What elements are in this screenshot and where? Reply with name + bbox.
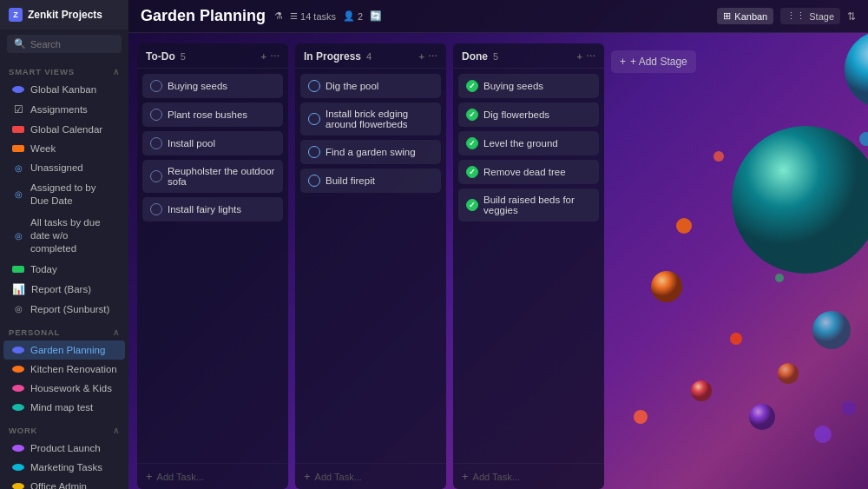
report-sunburst-icon: ◎ bbox=[12, 304, 24, 314]
col-more-icon[interactable]: ⋯ bbox=[270, 51, 279, 63]
work-list: Product Launch Marketing Tasks Office Ad… bbox=[0, 439, 128, 489]
sidebar-item-label: Global Kanban bbox=[30, 84, 96, 95]
col-header-todo: To-Do 5 + ⋯ bbox=[137, 43, 288, 69]
card-garden-swing[interactable]: Find a garden swing bbox=[300, 140, 441, 164]
search-bar[interactable]: 🔍 bbox=[7, 35, 122, 53]
topbar: Garden Planning ⚗ ☰ 14 tasks 👤 2 🔄 ⊞ Kan… bbox=[128, 0, 868, 33]
col-add-icon[interactable]: + bbox=[419, 51, 424, 63]
smart-views-section: SMART VIEWS ∧ bbox=[0, 58, 128, 80]
col-footer-todo[interactable]: + Add Task... bbox=[137, 463, 288, 489]
add-stage-label: + Add Stage bbox=[630, 56, 687, 68]
add-stage-button[interactable]: + + Add Stage bbox=[611, 50, 696, 73]
card-brick-edging[interactable]: Install brick edging around flowerbeds bbox=[300, 102, 441, 135]
sidebar-item-label: Marketing Tasks bbox=[30, 462, 102, 472]
kanban-view-btn[interactable]: ⊞ Kanban bbox=[717, 8, 773, 24]
sidebar-item-today[interactable]: Today bbox=[3, 260, 125, 279]
search-input[interactable] bbox=[30, 39, 115, 50]
card-install-pool[interactable]: Install pool bbox=[142, 131, 283, 155]
card-raised-beds[interactable]: Build raised beds for veggies bbox=[458, 188, 599, 221]
sidebar-item-mind-map-test[interactable]: Mind map test bbox=[3, 398, 125, 417]
card-text: Plant rose bushes bbox=[168, 109, 247, 120]
stage-view-btn[interactable]: ⋮⋮ Stage bbox=[780, 8, 840, 24]
col-title-done: Done bbox=[462, 50, 488, 63]
main-content: Garden Planning ⚗ ☰ 14 tasks 👤 2 🔄 ⊞ Kan… bbox=[128, 0, 868, 489]
assigned-due-icon: ◎ bbox=[12, 189, 24, 199]
refresh-icon[interactable]: 🔄 bbox=[370, 10, 382, 22]
card-level-ground[interactable]: Level the ground bbox=[458, 131, 599, 155]
product-launch-icon bbox=[12, 445, 24, 452]
card-buying-seeds-todo[interactable]: Buying seeds bbox=[142, 74, 283, 98]
sidebar-item-report-bars[interactable]: 📊 Report (Bars) bbox=[3, 279, 125, 300]
card-remove-dead-tree[interactable]: Remove dead tree bbox=[458, 160, 599, 184]
sidebar-item-unassigned[interactable]: ◎ Unassigned bbox=[3, 158, 125, 177]
col-footer-done[interactable]: + Add Task... bbox=[453, 463, 604, 489]
col-more-icon[interactable]: ⋯ bbox=[428, 51, 437, 63]
card-status-done bbox=[466, 109, 478, 121]
card-status-todo bbox=[150, 170, 162, 182]
col-actions-inprogress: + ⋯ bbox=[419, 51, 437, 63]
personal-list: Garden Planning Kitchen Renovation House… bbox=[0, 340, 128, 417]
sidebar-item-assignments[interactable]: ☑ Assignments bbox=[3, 99, 125, 120]
filter-icon[interactable]: ⚗ bbox=[274, 10, 283, 22]
col-footer-inprogress[interactable]: + Add Task... bbox=[295, 463, 446, 489]
work-toggle[interactable]: ∧ bbox=[113, 426, 120, 435]
sidebar-item-housework-kids[interactable]: Housework & Kids bbox=[3, 379, 125, 398]
sidebar-item-label: Product Launch bbox=[30, 443, 101, 453]
col-title-todo: To-Do bbox=[146, 50, 175, 63]
card-firepit[interactable]: Build firepit bbox=[300, 169, 441, 193]
all-tasks-icon: ◎ bbox=[12, 231, 24, 241]
kanban-board: To-Do 5 + ⋯ Buying seeds Plant rose bush… bbox=[128, 33, 868, 489]
card-status-todo bbox=[150, 137, 162, 149]
card-reupholster[interactable]: Reupholster the outdoor sofa bbox=[142, 160, 283, 193]
card-status-inprogress bbox=[308, 80, 320, 92]
col-actions-done: + ⋯ bbox=[577, 51, 595, 63]
col-body-inprogress: Dig the pool Install brick edging around… bbox=[295, 69, 446, 463]
col-more-icon[interactable]: ⋯ bbox=[586, 51, 595, 63]
kitchen-renovation-icon bbox=[12, 366, 24, 373]
sidebar-item-kitchen-renovation[interactable]: Kitchen Renovation bbox=[3, 360, 125, 379]
card-buying-seeds-done[interactable]: Buying seeds bbox=[458, 74, 599, 98]
sidebar-item-label: Report (Sunburst) bbox=[30, 304, 109, 314]
card-status-done bbox=[466, 199, 478, 211]
card-status-done bbox=[466, 166, 478, 178]
personal-toggle[interactable]: ∧ bbox=[113, 327, 120, 337]
sidebar-item-label: Kitchen Renovation bbox=[30, 364, 117, 374]
personal-section: PERSONAL ∧ bbox=[0, 319, 128, 340]
card-dig-flowerbeds[interactable]: Dig flowerbeds bbox=[458, 102, 599, 127]
user-count-icon: 👤 bbox=[343, 10, 355, 22]
add-task-label: Add Task... bbox=[473, 472, 520, 482]
sidebar-item-product-launch[interactable]: Product Launch bbox=[3, 439, 125, 458]
card-text: Dig flowerbeds bbox=[483, 109, 549, 120]
app-header: Z Zenkit Projects bbox=[0, 0, 128, 30]
sidebar: Z Zenkit Projects 🔍 SMART VIEWS ∧ Global… bbox=[0, 0, 128, 489]
topbar-left: Garden Planning ⚗ ☰ 14 tasks 👤 2 🔄 bbox=[141, 7, 382, 25]
card-status-inprogress bbox=[308, 113, 320, 125]
sidebar-item-all-tasks-due[interactable]: ◎ All tasks by due date w/o completed bbox=[3, 212, 125, 260]
sidebar-item-week[interactable]: Week bbox=[3, 139, 125, 158]
unassigned-icon: ◎ bbox=[12, 163, 24, 173]
col-add-icon[interactable]: + bbox=[577, 51, 582, 63]
sidebar-item-global-kanban[interactable]: Global Kanban bbox=[3, 80, 125, 99]
task-count-icon: ☰ bbox=[290, 11, 298, 21]
sort-icon[interactable]: ⇅ bbox=[847, 10, 856, 23]
col-header-inprogress: In Progress 4 + ⋯ bbox=[295, 43, 446, 69]
sidebar-item-garden-planning[interactable]: Garden Planning bbox=[3, 340, 125, 360]
sidebar-item-label: Assigned to by Due Date bbox=[30, 182, 116, 208]
add-task-label: Add Task... bbox=[157, 472, 204, 482]
card-plant-rose[interactable]: Plant rose bushes bbox=[142, 102, 283, 127]
smart-views-list: Global Kanban ☑ Assignments Global Calen… bbox=[0, 80, 128, 319]
sidebar-item-assigned-by-due[interactable]: ◎ Assigned to by Due Date bbox=[3, 177, 125, 212]
card-dig-pool[interactable]: Dig the pool bbox=[300, 74, 441, 98]
smart-views-toggle[interactable]: ∧ bbox=[113, 67, 120, 76]
card-fairy-lights[interactable]: Install fairy lights bbox=[142, 197, 283, 221]
card-text: Remove dead tree bbox=[483, 167, 566, 177]
app-name: Zenkit Projects bbox=[28, 9, 102, 21]
col-count-todo: 5 bbox=[181, 51, 186, 62]
add-task-label: Add Task... bbox=[315, 472, 362, 482]
sidebar-item-marketing-tasks[interactable]: Marketing Tasks bbox=[3, 458, 125, 477]
sidebar-item-office-admin[interactable]: Office Admin bbox=[3, 477, 125, 489]
sidebar-item-global-calendar[interactable]: Global Calendar bbox=[3, 120, 125, 139]
topbar-meta: ⚗ ☰ 14 tasks 👤 2 🔄 bbox=[274, 10, 382, 22]
sidebar-item-report-sunburst[interactable]: ◎ Report (Sunburst) bbox=[3, 300, 125, 319]
col-add-icon[interactable]: + bbox=[261, 51, 266, 63]
